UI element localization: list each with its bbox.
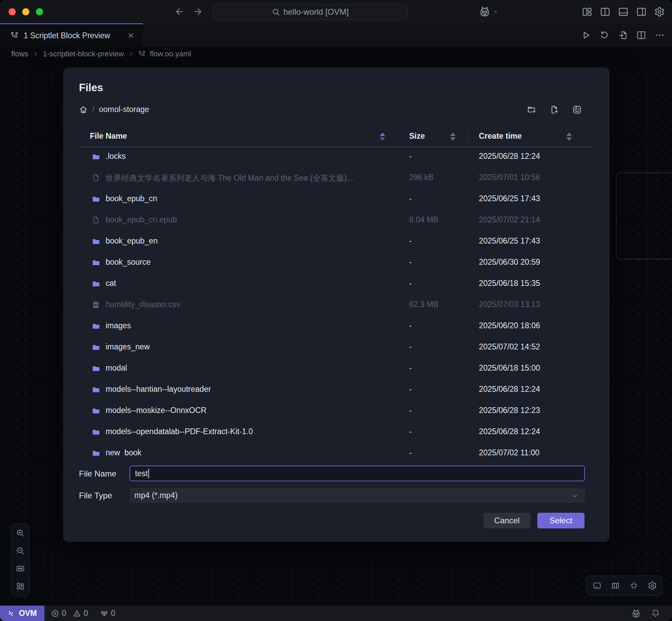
warnings-indicator[interactable]: 0 (72, 609, 88, 618)
breadcrumb-flow-folder[interactable]: 1-scriptlet-block-preview (43, 50, 124, 58)
tab-scriptlet-block-preview[interactable]: 1 Scriptlet Block Preview (0, 23, 143, 47)
close-tab-icon[interactable] (127, 32, 135, 39)
file-list: .locks-2025/06/28 12:24世界经典文学名著系列老人与海 Th… (79, 147, 593, 456)
table-row[interactable]: new_book-2025/07/02 11:00 (79, 443, 593, 456)
zoom-in-icon[interactable] (16, 528, 25, 538)
select-button[interactable]: Select (537, 513, 584, 528)
canvas-settings-gear-icon[interactable] (648, 581, 657, 590)
file-time-cell: 2025/07/01 10:56 (479, 173, 540, 182)
reveal-in-finder-icon[interactable] (572, 105, 582, 114)
breadcrumb-flow-file[interactable]: flow.oo.yaml (150, 50, 191, 58)
table-row[interactable]: book_epub_en-2025/06/25 17:43 (79, 231, 593, 252)
file-name-cell: book_epub_cn (106, 194, 157, 203)
file-size-cell: - (409, 194, 412, 203)
file-name-label: File Name (79, 469, 116, 479)
chevron-down-icon (493, 9, 498, 14)
table-row[interactable]: models--opendatalab--PDF-Extract-Kit-1.0… (79, 422, 593, 443)
layout-customize-icon[interactable] (582, 6, 592, 17)
search-icon (272, 8, 280, 16)
toggle-panel-icon[interactable] (618, 6, 629, 17)
breadcrumb-flows[interactable]: flows (11, 50, 28, 58)
table-row[interactable]: images-2025/06/20 18:06 (79, 316, 593, 337)
chevron-down-icon (571, 492, 579, 499)
column-create-time[interactable]: Create time (479, 132, 522, 141)
close-window-button[interactable] (9, 8, 16, 15)
toggle-secondary-sidebar-icon[interactable] (636, 6, 647, 17)
table-row[interactable]: 世界经典文学名著系列老人与海 The Old Man and the Sea (… (79, 168, 593, 189)
table-row[interactable]: book_epub_cn.epub8.04 MB2025/07/02 21:14 (79, 210, 593, 231)
file-name-cell: models--moskize--OnnxOCR (106, 406, 206, 415)
file-name-cell: 世界经典文学名著系列老人与海 The Old Man and the Sea (… (106, 173, 353, 183)
folder-icon (92, 343, 100, 352)
forward-icon[interactable] (193, 6, 203, 17)
mascot-fox-icon[interactable] (631, 608, 641, 619)
file-time-cell: 2025/07/02 21:14 (479, 215, 540, 224)
table-row[interactable]: models--moskize--OnnxOCR-2025/06/28 12:2… (79, 401, 593, 422)
file-name-cell: cat (106, 279, 116, 288)
sort-size-icons[interactable] (450, 133, 456, 141)
file-size-cell: - (409, 406, 412, 415)
remote-icon (8, 609, 16, 618)
new-file-icon[interactable] (550, 105, 559, 114)
collapse-view-icon[interactable] (629, 581, 639, 590)
column-size[interactable]: Size (409, 132, 425, 141)
sort-create-time-icons[interactable] (566, 133, 572, 141)
sort-file-name-icons[interactable] (380, 133, 385, 141)
remote-indicator[interactable]: OVM (0, 606, 44, 621)
path-current-folder[interactable]: oomol-storage (99, 105, 149, 114)
run-flow-icon[interactable] (581, 30, 591, 40)
minimize-window-button[interactable] (22, 8, 29, 15)
file-time-cell: 2025/06/28 12:23 (479, 406, 540, 415)
file-time-cell: 2025/06/30 20:59 (479, 258, 540, 267)
ports-indicator[interactable]: 0 (100, 609, 116, 618)
errors-indicator[interactable]: 0 (51, 609, 66, 618)
flow-icon (138, 50, 146, 58)
auto-layout-icon[interactable] (16, 582, 25, 591)
table-row[interactable]: .locks-2025/06/28 12:24 (79, 147, 593, 168)
table-row[interactable]: images_new-2025/07/02 14:52 (79, 337, 593, 358)
breadcrumb: flows 1-scriptlet-block-preview flow.oo.… (11, 50, 191, 58)
table-row[interactable]: models--hantian--layoutreader-2025/06/28… (79, 380, 593, 401)
new-folder-icon[interactable] (527, 105, 537, 114)
table-row[interactable]: cat-2025/06/18 15:35 (79, 274, 593, 295)
cancel-button[interactable]: Cancel (483, 513, 530, 528)
toggle-primary-sidebar-icon[interactable] (600, 6, 610, 17)
zoom-window-button[interactable] (36, 8, 43, 15)
home-icon[interactable] (79, 105, 88, 114)
fit-view-icon[interactable] (16, 564, 25, 573)
warning-icon (72, 609, 81, 618)
file-type-select[interactable]: mp4 (*.mp4) (130, 488, 585, 503)
toggle-console-icon[interactable] (592, 581, 602, 590)
flow-canvas[interactable]: flows 1-scriptlet-block-preview flow.oo.… (0, 47, 672, 606)
titlebar: hello-world [OVM] (0, 0, 672, 23)
folder-icon (92, 279, 100, 288)
rerun-icon[interactable] (599, 30, 609, 40)
file-size-cell: - (409, 258, 412, 267)
table-row[interactable]: modal-2025/06/18 15:00 (79, 358, 593, 380)
command-center-search[interactable]: hello-world [OVM] (213, 4, 407, 20)
column-file-name[interactable]: File Name (90, 132, 127, 141)
file-name-input[interactable]: test (130, 466, 585, 481)
assistant-menu[interactable] (479, 5, 498, 18)
zoom-out-icon[interactable] (16, 546, 25, 555)
notifications-bell-icon[interactable] (651, 609, 660, 618)
split-editor-icon[interactable] (636, 30, 646, 40)
file-name-cell: .locks (106, 152, 126, 161)
oomol-studio-window: hello-world [OVM] 1 Scriptlet Block Prev… (0, 0, 672, 621)
file-time-cell: 2025/06/20 18:06 (479, 321, 540, 330)
file-name-cell: modal (106, 363, 127, 373)
table-row[interactable]: humidity_disaster.csv62.3 MB2025/07/03 1… (79, 295, 593, 316)
more-actions-icon[interactable] (655, 30, 665, 40)
folder-icon (92, 237, 100, 246)
back-icon[interactable] (174, 6, 185, 17)
table-row[interactable]: book_source-2025/06/30 20:59 (79, 252, 593, 274)
export-file-icon[interactable] (618, 30, 628, 40)
settings-gear-icon[interactable] (654, 6, 665, 17)
text-cursor (148, 469, 149, 478)
table-row[interactable]: book_epub_cn-2025/06/25 17:43 (79, 189, 593, 210)
minimap-icon[interactable] (611, 581, 620, 590)
file-type-label: File Type (79, 491, 112, 500)
file-size-cell: - (409, 363, 412, 373)
warnings-count: 0 (84, 609, 88, 618)
csv-icon (92, 301, 100, 309)
